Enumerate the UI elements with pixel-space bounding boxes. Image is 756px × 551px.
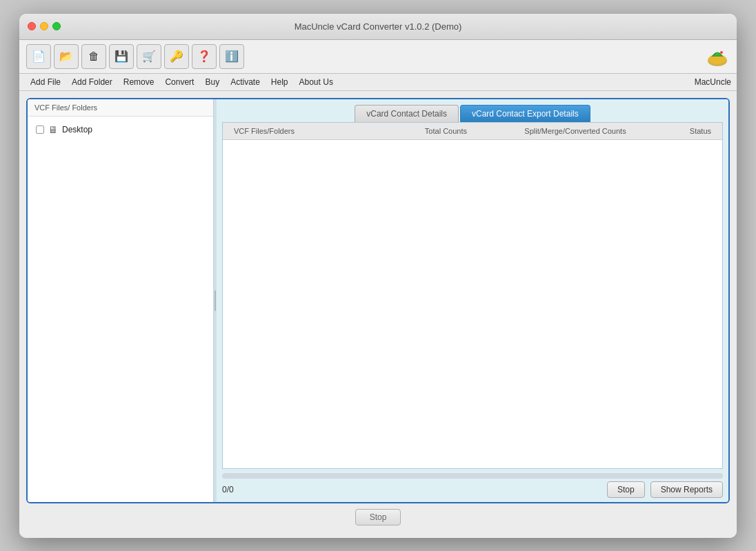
col-status: Status: [632, 126, 717, 137]
menu-convert[interactable]: Convert: [159, 75, 199, 89]
left-panel-content: 🖥 Desktop: [28, 117, 213, 502]
menu-bar: Add File Add Folder Remove Convert Buy A…: [19, 74, 737, 91]
main-window: MacUncle vCard Converter v1.0.2 (Demo) 📄…: [19, 14, 737, 538]
brand-label: MacUncle: [695, 77, 731, 87]
toolbar: 📄 📂 🗑 💾 🛒 🔑 ❓ ℹ️: [19, 40, 737, 74]
tabs-bar: vCard Contact Details vCard Contact Expo…: [217, 99, 728, 122]
add-file-button[interactable]: 📄: [26, 44, 51, 69]
activate-button[interactable]: 🔑: [164, 44, 189, 69]
table-header: VCF Files/Folders Total Counts Split/Mer…: [223, 123, 722, 140]
menu-buy[interactable]: Buy: [199, 75, 225, 89]
desktop-monitor-icon: 🖥: [48, 124, 58, 135]
svg-point-2: [720, 51, 723, 54]
menu-about[interactable]: About Us: [294, 75, 339, 89]
help-button[interactable]: ❓: [192, 44, 217, 69]
remove-button[interactable]: 🗑: [81, 44, 106, 69]
menu-add-file[interactable]: Add File: [25, 75, 66, 89]
help-icon: ❓: [197, 50, 211, 63]
tree-item-desktop[interactable]: 🖥 Desktop: [33, 122, 208, 137]
buy-icon: 🛒: [142, 50, 156, 63]
col-total-counts: Total Counts: [388, 126, 472, 137]
progress-bar-container: [222, 473, 723, 479]
left-panel: VCF Files/ Folders 🖥 Desktop: [28, 99, 214, 502]
desktop-label: Desktop: [62, 125, 92, 134]
add-folder-button[interactable]: 📂: [54, 44, 79, 69]
menu-activate[interactable]: Activate: [225, 75, 266, 89]
add-folder-icon: 📂: [59, 50, 73, 63]
bottom-stop-button[interactable]: Stop: [355, 509, 401, 525]
tab-vcard-contact-details[interactable]: vCard Contact Details: [355, 105, 459, 122]
macuncle-logo: [705, 44, 730, 69]
stop-button[interactable]: Stop: [607, 481, 645, 498]
panel-divider[interactable]: [214, 99, 217, 502]
about-icon: ℹ️: [225, 50, 239, 63]
close-button[interactable]: [28, 22, 36, 30]
left-panel-header: VCF Files/ Folders: [28, 99, 213, 117]
bottom-buttons: Stop Show Reports: [607, 481, 723, 498]
maximize-button[interactable]: [52, 22, 61, 30]
tab-vcard-export-details[interactable]: vCard Contact Export Details: [460, 105, 590, 122]
minimize-button[interactable]: [40, 22, 48, 30]
menu-remove[interactable]: Remove: [118, 75, 160, 89]
menu-add-folder[interactable]: Add Folder: [66, 75, 118, 89]
right-panel: vCard Contact Details vCard Contact Expo…: [217, 99, 728, 502]
about-button[interactable]: ℹ️: [219, 44, 244, 69]
add-file-icon: 📄: [32, 50, 46, 63]
col-split-counts: Split/Merge/Converted Counts: [472, 126, 632, 137]
convert-button[interactable]: 💾: [109, 44, 134, 69]
bottom-controls: 0/0 Stop Show Reports: [222, 481, 723, 498]
convert-icon: 💾: [115, 50, 128, 63]
main-content: VCF Files/ Folders 🖥 Desktop vCard Conta…: [19, 91, 737, 538]
traffic-lights: [28, 22, 61, 30]
export-table: VCF Files/Folders Total Counts Split/Mer…: [222, 122, 723, 469]
bottom-bar: 0/0 Stop Show Reports: [217, 469, 728, 502]
desktop-checkbox[interactable]: [36, 126, 44, 134]
activate-icon: 🔑: [170, 50, 183, 63]
bottom-stop-bar: Stop: [26, 503, 730, 531]
window-title: MacUncle vCard Converter v1.0.2 (Demo): [295, 21, 462, 32]
content-area: VCF Files/ Folders 🖥 Desktop vCard Conta…: [26, 98, 730, 503]
remove-icon: 🗑: [88, 50, 99, 63]
col-vcf-files: VCF Files/Folders: [228, 126, 388, 137]
show-reports-button[interactable]: Show Reports: [650, 481, 723, 498]
counter-label: 0/0: [222, 485, 234, 494]
buy-button[interactable]: 🛒: [137, 44, 161, 69]
table-body: [223, 140, 722, 468]
menu-help[interactable]: Help: [266, 75, 294, 89]
title-bar: MacUncle vCard Converter v1.0.2 (Demo): [19, 14, 737, 40]
